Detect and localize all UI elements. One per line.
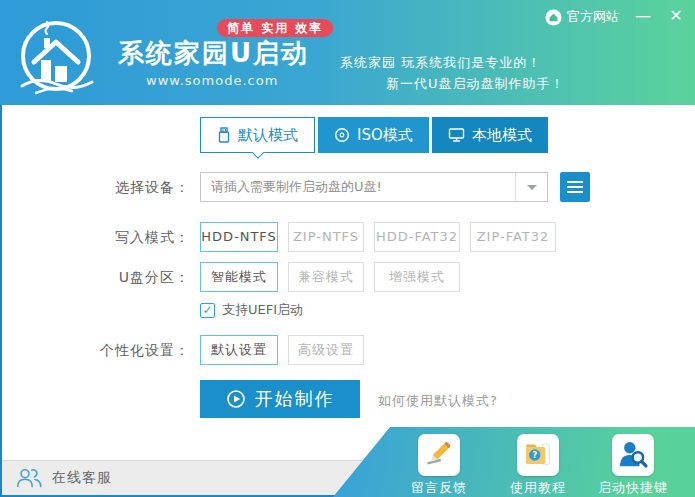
device-label: 选择设备： bbox=[40, 179, 190, 197]
app-header: 系统家园U启动 www.somode.com 简单 实用 效率 系统家园 玩系统… bbox=[0, 0, 695, 105]
write-mode-label: 写入模式： bbox=[40, 229, 190, 247]
usb-icon bbox=[217, 127, 231, 143]
write-mode-options: HDD-NTFS ZIP-NTFS HDD-FAT32 ZIP-FAT32 bbox=[200, 222, 556, 252]
tab-label: ISO模式 bbox=[357, 118, 413, 152]
personalize-options: 默认设置 高级设置 bbox=[200, 335, 364, 365]
option-hdd-fat32[interactable]: HDD-FAT32 bbox=[374, 222, 460, 252]
app-url: www.somode.com bbox=[146, 73, 278, 88]
device-select-placeholder: 请插入需要制作启动盘的U盘! bbox=[211, 173, 382, 201]
tab-default-mode[interactable]: 默认模式 bbox=[200, 117, 315, 153]
feedback-icon bbox=[418, 434, 460, 476]
tab-label: 默认模式 bbox=[238, 118, 298, 152]
official-site-icon bbox=[545, 9, 562, 26]
start-button[interactable]: 开始制作 bbox=[200, 380, 360, 418]
help-link[interactable]: 如何使用默认模式? bbox=[378, 392, 498, 410]
close-button[interactable]: ✕ bbox=[664, 4, 688, 28]
device-list-button[interactable] bbox=[560, 172, 590, 202]
uefi-checkbox[interactable]: ✓ bbox=[200, 303, 215, 318]
feedback-label: 留言反馈 bbox=[399, 479, 479, 497]
boot-hotkey-button[interactable]: 启动快捷键 bbox=[593, 434, 673, 497]
partition-options: 智能模式 兼容模式 增强模式 bbox=[200, 262, 460, 292]
option-default-settings[interactable]: 默认设置 bbox=[200, 335, 278, 365]
app-title: 系统家园U启动 bbox=[118, 36, 309, 71]
slogan-line2: 新一代U盘启动盘制作助手！ bbox=[386, 75, 565, 93]
tutorial-label: 使用教程 bbox=[498, 479, 578, 497]
play-icon bbox=[226, 389, 246, 409]
option-hdd-ntfs[interactable]: HDD-NTFS bbox=[200, 222, 278, 252]
boot-hotkey-icon bbox=[612, 434, 654, 476]
app-logo-icon bbox=[14, 14, 98, 98]
tutorial-button[interactable]: ? 使用教程 bbox=[498, 434, 578, 497]
device-select-caret-zone[interactable] bbox=[515, 173, 547, 201]
official-site-label: 官方网站 bbox=[567, 8, 619, 26]
online-service-label: 在线客服 bbox=[52, 469, 112, 487]
minimize-button[interactable]: — bbox=[631, 4, 655, 28]
option-zip-ntfs[interactable]: ZIP-NTFS bbox=[288, 222, 364, 252]
window-border-left bbox=[0, 105, 2, 497]
app-window: 系统家园U启动 www.somode.com 简单 实用 效率 系统家园 玩系统… bbox=[0, 0, 695, 497]
tutorial-icon: ? bbox=[517, 434, 559, 476]
partition-label: U盘分区： bbox=[40, 269, 190, 287]
chevron-down-icon bbox=[527, 185, 537, 190]
uefi-checkbox-row[interactable]: ✓ 支持UEFI启动 bbox=[200, 301, 303, 319]
hamburger-icon bbox=[567, 181, 583, 183]
option-advanced-settings[interactable]: 高级设置 bbox=[288, 335, 364, 365]
official-site-link[interactable]: 官方网站 bbox=[545, 8, 619, 26]
tab-label: 本地模式 bbox=[472, 118, 532, 152]
boot-hotkey-label: 启动快捷键 bbox=[593, 479, 673, 497]
footer-wedge: 留言反馈 ? 使用教程 bbox=[333, 427, 695, 497]
mode-tabs: 默认模式 ISO模式 本地模式 bbox=[200, 117, 548, 153]
monitor-icon bbox=[448, 127, 465, 143]
iso-disc-icon bbox=[334, 127, 350, 143]
customer-service-icon bbox=[16, 467, 43, 488]
option-enhanced-mode[interactable]: 增强模式 bbox=[374, 262, 460, 292]
start-button-label: 开始制作 bbox=[255, 387, 335, 411]
tab-iso-mode[interactable]: ISO模式 bbox=[318, 117, 429, 153]
option-smart-mode[interactable]: 智能模式 bbox=[200, 262, 278, 292]
feature-badge: 简单 实用 效率 bbox=[217, 19, 333, 37]
device-select[interactable]: 请插入需要制作启动盘的U盘! bbox=[200, 172, 548, 202]
uefi-label: 支持UEFI启动 bbox=[222, 301, 303, 319]
slogan-line1: 系统家园 玩系统我们是专业的！ bbox=[340, 54, 541, 72]
tab-local-mode[interactable]: 本地模式 bbox=[432, 117, 548, 153]
option-zip-fat32[interactable]: ZIP-FAT32 bbox=[470, 222, 556, 252]
online-service-button[interactable]: 在线客服 bbox=[16, 467, 112, 488]
personalize-label: 个性化设置： bbox=[40, 342, 190, 360]
svg-text:?: ? bbox=[532, 450, 537, 460]
option-compat-mode[interactable]: 兼容模式 bbox=[288, 262, 364, 292]
feedback-button[interactable]: 留言反馈 bbox=[399, 434, 479, 497]
